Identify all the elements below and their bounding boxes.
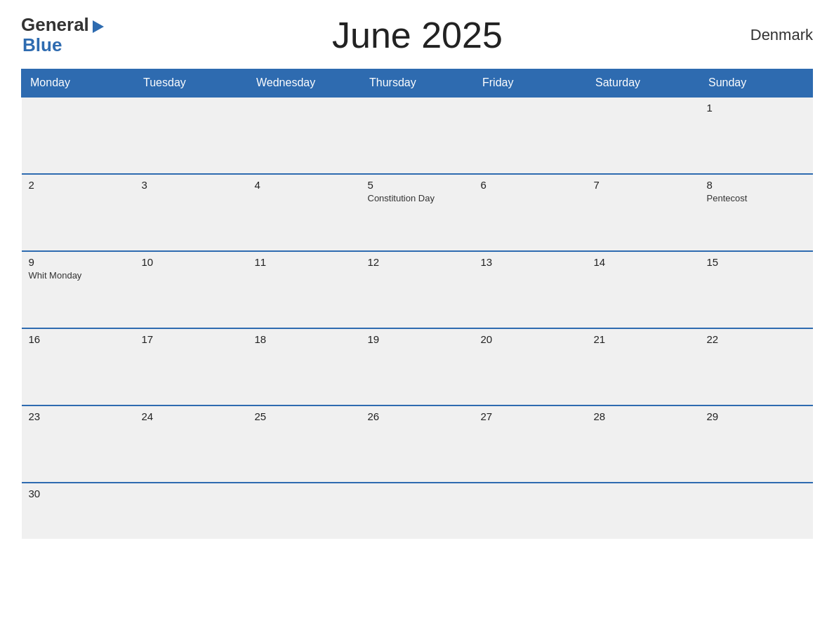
- calendar-cell[interactable]: 30: [22, 483, 135, 539]
- day-number: 14: [594, 256, 693, 268]
- logo-general-text: General: [21, 15, 89, 35]
- calendar-week-row: 30: [22, 483, 813, 539]
- page-header: General Blue June 2025 Denmark: [21, 14, 813, 56]
- calendar-cell[interactable]: [361, 97, 474, 174]
- event-label: Constitution Day: [368, 193, 467, 203]
- day-number: 23: [29, 410, 128, 422]
- calendar-cell[interactable]: [135, 483, 248, 539]
- calendar-title: June 2025: [106, 14, 729, 56]
- calendar-cell[interactable]: [248, 483, 361, 539]
- day-number: 6: [481, 179, 580, 191]
- day-number: 7: [594, 179, 693, 191]
- calendar-cell[interactable]: 5Constitution Day: [361, 174, 474, 251]
- calendar-cell[interactable]: 1: [700, 97, 813, 174]
- calendar-cell[interactable]: [474, 483, 587, 539]
- calendar-cell[interactable]: 26: [361, 405, 474, 483]
- day-number: 18: [255, 333, 354, 345]
- day-number: 11: [255, 256, 354, 268]
- calendar-cell[interactable]: 14: [587, 251, 700, 328]
- calendar-week-row: 16171819202122: [22, 328, 813, 405]
- day-number: 17: [142, 333, 241, 345]
- calendar-cell[interactable]: 21: [587, 328, 700, 405]
- day-number: 20: [481, 333, 580, 345]
- calendar-cell[interactable]: 24: [135, 405, 248, 483]
- col-saturday: Saturday: [587, 69, 700, 98]
- day-number: 9: [29, 256, 128, 268]
- calendar-cell[interactable]: 6: [474, 174, 587, 251]
- logo-blue-text: [89, 15, 106, 35]
- calendar-week-row: 1: [22, 97, 813, 174]
- calendar-cell[interactable]: [361, 483, 474, 539]
- day-number: 15: [707, 256, 806, 268]
- calendar-cell[interactable]: 20: [474, 328, 587, 405]
- calendar-cell[interactable]: 15: [700, 251, 813, 328]
- day-number: 28: [594, 410, 693, 422]
- calendar-cell[interactable]: [587, 483, 700, 539]
- logo-blue-label: Blue: [22, 35, 62, 55]
- col-thursday: Thursday: [361, 69, 474, 98]
- calendar-cell[interactable]: 4: [248, 174, 361, 251]
- svg-marker-0: [93, 20, 104, 33]
- col-tuesday: Tuesday: [135, 69, 248, 98]
- day-number: 4: [255, 179, 354, 191]
- calendar-cell[interactable]: [587, 97, 700, 174]
- calendar-cell[interactable]: [22, 97, 135, 174]
- calendar-cell[interactable]: [700, 483, 813, 539]
- calendar-cell[interactable]: 28: [587, 405, 700, 483]
- day-number: 22: [707, 333, 806, 345]
- calendar-cell[interactable]: 27: [474, 405, 587, 483]
- col-sunday: Sunday: [700, 69, 813, 98]
- calendar-week-row: 23242526272829: [22, 405, 813, 483]
- day-number: 13: [481, 256, 580, 268]
- calendar-cell[interactable]: 12: [361, 251, 474, 328]
- calendar-cell[interactable]: 13: [474, 251, 587, 328]
- day-number: 3: [142, 179, 241, 191]
- calendar-cell[interactable]: 23: [22, 405, 135, 483]
- calendar-cell[interactable]: 22: [700, 328, 813, 405]
- calendar-cell[interactable]: 11: [248, 251, 361, 328]
- calendar-cell[interactable]: [248, 97, 361, 174]
- event-label: Whit Monday: [29, 270, 128, 281]
- col-friday: Friday: [474, 69, 587, 98]
- logo: General Blue: [21, 15, 106, 55]
- country-label: Denmark: [729, 26, 813, 44]
- calendar-cell[interactable]: 10: [135, 251, 248, 328]
- day-number: 21: [594, 333, 693, 345]
- day-number: 30: [29, 488, 128, 499]
- day-number: 12: [368, 256, 467, 268]
- calendar-cell[interactable]: 18: [248, 328, 361, 405]
- day-number: 10: [142, 256, 241, 268]
- calendar-cell[interactable]: 2: [22, 174, 135, 251]
- calendar-week-row: 2345Constitution Day678Pentecost: [22, 174, 813, 251]
- calendar-cell[interactable]: 17: [135, 328, 248, 405]
- calendar-cell[interactable]: 3: [135, 174, 248, 251]
- calendar-cell[interactable]: 9Whit Monday: [22, 251, 135, 328]
- day-number: 19: [368, 333, 467, 345]
- calendar-week-row: 9Whit Monday101112131415: [22, 251, 813, 328]
- day-number: 29: [707, 410, 806, 422]
- day-number: 27: [481, 410, 580, 422]
- day-number: 24: [142, 410, 241, 422]
- day-number: 25: [255, 410, 354, 422]
- day-number: 5: [368, 179, 467, 191]
- calendar-cell[interactable]: 19: [361, 328, 474, 405]
- calendar-cell[interactable]: 16: [22, 328, 135, 405]
- col-monday: Monday: [22, 69, 135, 98]
- calendar-cell[interactable]: 7: [587, 174, 700, 251]
- calendar-cell[interactable]: [474, 97, 587, 174]
- col-wednesday: Wednesday: [248, 69, 361, 98]
- day-number: 2: [29, 179, 128, 191]
- calendar-header-row: Monday Tuesday Wednesday Thursday Friday…: [22, 69, 813, 98]
- day-number: 26: [368, 410, 467, 422]
- calendar-cell[interactable]: 25: [248, 405, 361, 483]
- event-label: Pentecost: [707, 193, 806, 203]
- calendar-table: Monday Tuesday Wednesday Thursday Friday…: [21, 69, 813, 539]
- calendar-cell[interactable]: [135, 97, 248, 174]
- calendar-cell[interactable]: 29: [700, 405, 813, 483]
- calendar-cell[interactable]: 8Pentecost: [700, 174, 813, 251]
- day-number: 16: [29, 333, 128, 345]
- day-number: 1: [707, 102, 806, 114]
- day-number: 8: [707, 179, 806, 191]
